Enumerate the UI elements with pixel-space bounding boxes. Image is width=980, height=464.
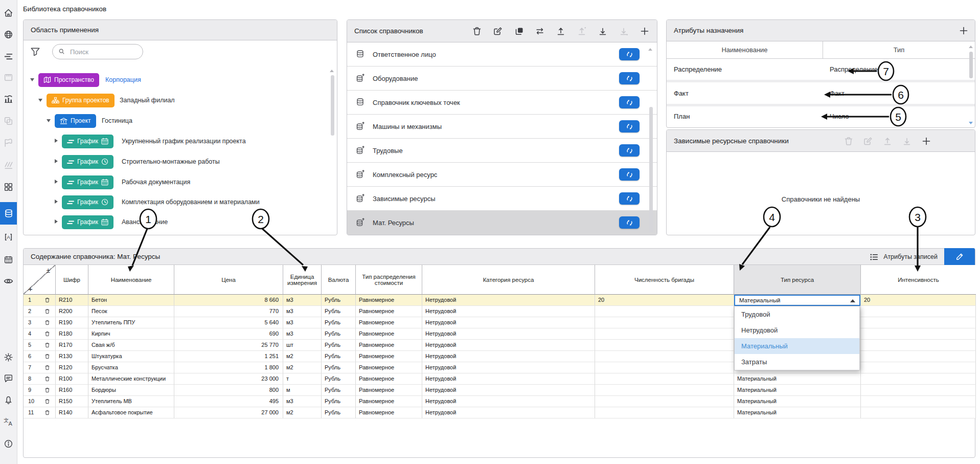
cell-currency[interactable]: Рубль (322, 396, 356, 407)
cell-currency[interactable]: Рубль (322, 373, 356, 385)
cell-crew[interactable] (595, 306, 734, 317)
cell-distribution[interactable]: Равномерное (356, 351, 422, 362)
theme-icon[interactable] (3, 352, 14, 363)
cell-name[interactable]: Асфальтовое покрытие (88, 407, 174, 418)
edit-icon[interactable] (863, 136, 873, 146)
column-header[interactable]: Шифр (56, 265, 88, 295)
cell-name[interactable]: Кирпич (88, 328, 174, 340)
tree-node-label[interactable]: Авансирование (122, 218, 168, 226)
cell-category[interactable]: Нетрудовой (422, 385, 595, 396)
delete-row-button[interactable] (39, 328, 56, 340)
delete-row-button[interactable] (39, 351, 56, 362)
dropdown-option-selected[interactable]: Материальный (735, 338, 859, 354)
cell-distribution[interactable]: Равномерное (356, 306, 422, 317)
delete-icon[interactable] (472, 26, 482, 36)
cell-distribution[interactable]: Равномерное (356, 396, 422, 407)
cell-unit[interactable]: м3 (283, 396, 322, 407)
list-item[interactable]: Ответственное лицо (347, 42, 657, 67)
filter-icon[interactable] (30, 46, 41, 57)
sync-button[interactable] (619, 72, 640, 84)
translate-icon[interactable]: 文A (3, 416, 14, 427)
tree-node-label[interactable]: Комплектация оборудованием и материалами (122, 198, 260, 206)
eye-icon[interactable] (3, 276, 14, 286)
cell-distribution[interactable]: Равномерное (356, 373, 422, 385)
expand-caret-icon[interactable] (55, 159, 58, 163)
delete-row-button[interactable] (39, 373, 56, 385)
add-row-button[interactable]: + (28, 284, 33, 293)
expand-caret-icon[interactable] (55, 200, 58, 204)
cell-crew[interactable] (595, 396, 734, 407)
list-item[interactable]: Оборудование (347, 67, 657, 91)
cell-code[interactable]: R100 (56, 373, 88, 385)
add-icon[interactable] (959, 26, 969, 36)
cell-intensity[interactable] (861, 385, 976, 396)
delete-row-button[interactable] (39, 407, 56, 418)
cell-resource_type[interactable]: Материальный (734, 407, 861, 418)
cell-price[interactable]: 800 (174, 385, 283, 396)
list-scrollbar[interactable] (649, 107, 653, 232)
cell-currency[interactable]: Рубль (322, 351, 356, 362)
cell-intensity[interactable] (861, 362, 976, 373)
cell-price[interactable]: 1 251 (174, 351, 283, 362)
dropdown-option[interactable]: Трудовой (735, 306, 859, 322)
cell-code[interactable]: R140 (56, 407, 88, 418)
cell-unit[interactable]: м2 (283, 351, 322, 362)
cell-name[interactable]: Утеплитель ППУ (88, 317, 174, 328)
cell-unit[interactable]: шт (283, 340, 322, 351)
cell-unit[interactable]: м2 (283, 407, 322, 418)
scroll-down-icon[interactable] (969, 122, 973, 124)
delete-row-button[interactable] (39, 295, 56, 306)
cell-code[interactable]: R190 (56, 317, 88, 328)
sync-button[interactable] (619, 48, 640, 60)
bell-icon[interactable] (3, 394, 14, 405)
dropdown-option[interactable]: Нетрудовой (735, 322, 859, 338)
cell-price[interactable]: 27 000 (174, 407, 283, 418)
sync-button[interactable] (619, 144, 640, 157)
collapse-caret-icon[interactable] (30, 78, 34, 81)
cell-unit[interactable]: м2 (283, 362, 322, 373)
cell-name[interactable]: Бетон (88, 295, 174, 306)
cell-price[interactable]: 23 000 (174, 373, 283, 385)
cell-crew[interactable] (595, 385, 734, 396)
add-remove-button[interactable]: ± (47, 267, 50, 274)
cell-unit[interactable]: м3 (283, 295, 322, 306)
comments-icon[interactable] (3, 373, 14, 384)
tree-node-label[interactable]: Гостиница (102, 117, 132, 124)
cell-price[interactable]: 8 660 (174, 295, 283, 306)
cell-currency[interactable]: Рубль (322, 385, 356, 396)
cell-unit[interactable]: м3 (283, 328, 322, 340)
home-icon[interactable] (3, 8, 14, 18)
sidebar-item-library-active[interactable] (0, 202, 17, 225)
cell-intensity[interactable] (861, 328, 976, 340)
cell-code[interactable]: R210 (56, 295, 88, 306)
copy-icon[interactable] (514, 26, 524, 36)
cell-category[interactable]: Нетрудовой (422, 362, 595, 373)
cell-currency[interactable]: Рубль (322, 328, 356, 340)
gantt-icon[interactable] (3, 51, 14, 61)
copy-pages-icon[interactable] (3, 116, 14, 126)
dropdown-option[interactable]: Затраты (735, 354, 859, 370)
add-row-header-cell[interactable]: + ± (24, 265, 56, 295)
histogram-icon[interactable] (3, 94, 14, 104)
cell-distribution[interactable]: Равномерное (356, 317, 422, 328)
list-item[interactable]: Зависимые ресурсы (347, 187, 657, 211)
sync-button[interactable] (619, 192, 640, 205)
scroll-up-icon[interactable] (969, 46, 973, 48)
column-header[interactable]: Цена (174, 265, 283, 295)
cell-unit[interactable]: м3 (283, 306, 322, 317)
cell-currency[interactable]: Рубль (322, 407, 356, 418)
cell-price[interactable]: 495 (174, 396, 283, 407)
cell-intensity[interactable]: 20 (861, 295, 976, 306)
cell-category[interactable]: Нетрудовой (422, 328, 595, 340)
cell-intensity[interactable] (861, 407, 976, 418)
scroll-up-icon[interactable] (330, 70, 334, 72)
tree-node-label[interactable]: Строительно-монтажные работы (122, 158, 220, 165)
delete-icon[interactable] (844, 136, 854, 146)
sync-button[interactable] (619, 168, 640, 181)
cell-distribution[interactable]: Равномерное (356, 340, 422, 351)
cell-unit[interactable]: м3 (283, 317, 322, 328)
cell-currency[interactable]: Рубль (322, 295, 356, 306)
cell-category[interactable]: Нетрудовой (422, 317, 595, 328)
cell-price[interactable]: 1 800 (174, 362, 283, 373)
swap-icon[interactable] (535, 26, 545, 36)
